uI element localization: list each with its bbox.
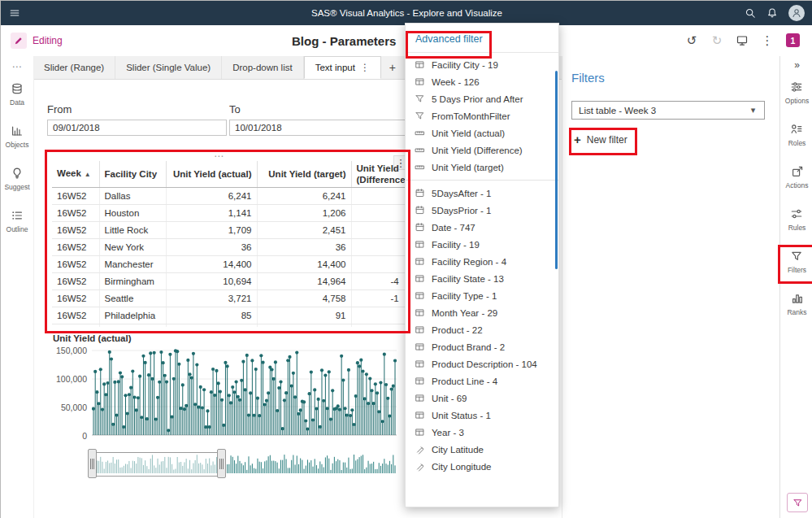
- overflow-menu-icon[interactable]: ⋮: [761, 34, 774, 47]
- edit-mode: Editing: [11, 33, 63, 49]
- brush-left-handle[interactable]: [88, 449, 97, 478]
- rail-overflow-icon[interactable]: ⋯: [1, 61, 33, 72]
- item-label: Facility City - 19: [432, 60, 498, 70]
- calendar-icon: [415, 222, 425, 233]
- filter-dropdown-item-unit-status-1[interactable]: Unit Status - 1: [406, 407, 558, 424]
- left-rail-item-outline[interactable]: Outline: [7, 209, 28, 233]
- filter-dropdown-item-unit-yield-difference[interactable]: Unit Yield (Difference): [406, 141, 558, 159]
- hamburger-menu-icon[interactable]: [9, 7, 20, 19]
- table-cell: 16W52: [52, 188, 99, 205]
- alert-count-badge[interactable]: 1: [786, 33, 800, 47]
- object-drag-handle-icon[interactable]: ⋯: [214, 150, 225, 162]
- filter-dropdown-item-facility-19[interactable]: Facility - 19: [406, 236, 558, 253]
- notifications-bell-icon[interactable]: [766, 7, 778, 19]
- table-cell: 14,400: [166, 256, 257, 273]
- right-rail-item-roles[interactable]: Roles: [788, 123, 806, 147]
- right-rail-item-filters[interactable]: Filters: [788, 250, 806, 274]
- right-rail-item-options[interactable]: Options: [785, 81, 809, 105]
- filter-dropdown-item-5daysafter-1[interactable]: 5DaysAfter - 1: [406, 185, 558, 202]
- filter-dropdown-item-week-126[interactable]: Week - 126: [406, 73, 558, 90]
- table-row[interactable]: 16W52San Diego10,43111,473: [52, 324, 405, 328]
- filter-dropdown-item-unit-69[interactable]: Unit - 69: [406, 390, 558, 407]
- filter-dropdown-item-facility-region-4[interactable]: Facility Region - 4: [406, 253, 558, 270]
- edit-mode-button[interactable]: [11, 33, 27, 49]
- filter-indicator-badge[interactable]: [787, 493, 808, 512]
- tab-slider-single-value[interactable]: Slider (Single Value): [115, 56, 222, 79]
- tab-slider-range[interactable]: Slider (Range): [33, 56, 115, 79]
- column-header-week[interactable]: Week▲: [52, 161, 99, 188]
- filter-target-select[interactable]: List table - Week 3 ▾: [571, 101, 765, 120]
- table-row[interactable]: 16W52Philadelphia8591: [52, 307, 405, 324]
- scrollbar-thumb[interactable]: [555, 71, 558, 269]
- tab-menu-icon[interactable]: ⋮: [360, 62, 370, 73]
- filter-dropdown-item-5-days-prior-and-after[interactable]: 5 Days Prior and After: [406, 90, 558, 107]
- filter-dropdown-item-product-description-104[interactable]: Product Description - 104: [406, 355, 558, 372]
- filter-dropdown-item-facility-type-1[interactable]: Facility Type - 1: [406, 287, 558, 304]
- table-row[interactable]: 16W52Houston1,1411,206: [52, 205, 405, 222]
- redo-icon[interactable]: ↻: [710, 34, 723, 47]
- column-header-facility-city[interactable]: Facility City: [99, 161, 166, 188]
- plus-icon: +: [574, 133, 581, 146]
- filter-dropdown-item-unit-yield-target[interactable]: Unit Yield (target): [406, 159, 558, 176]
- table-cell: [351, 307, 405, 324]
- table-row[interactable]: 16W52New York3636: [52, 239, 405, 256]
- from-date-input[interactable]: [47, 120, 227, 136]
- tab-drop-down-list[interactable]: Drop-down list: [222, 56, 304, 79]
- to-date-input[interactable]: [229, 120, 409, 136]
- filter-dropdown-item-fromtomonthfilter[interactable]: FromToMonthFilter: [406, 107, 558, 124]
- filter-dropdown-item-city-longitude[interactable]: City Longitude: [406, 458, 558, 475]
- table-row[interactable]: 16W52Dallas6,2416,241: [52, 188, 405, 205]
- table-cell: Seattle: [99, 290, 166, 307]
- category-icon: [415, 342, 425, 352]
- table-cell: Little Rock: [99, 222, 166, 239]
- tab-text-input[interactable]: Text input⋮: [304, 56, 381, 79]
- undo-icon[interactable]: ↺: [685, 34, 698, 47]
- brush-right-handle[interactable]: [217, 449, 226, 478]
- category-icon: [415, 359, 425, 369]
- filter-dropdown-item-year-3[interactable]: Year - 3: [406, 424, 558, 441]
- column-header-unit-yield-actual[interactable]: Unit Yield (actual): [166, 161, 257, 188]
- new-filter-button[interactable]: + New filter: [574, 133, 627, 146]
- column-header-unit-yield-target[interactable]: Unit Yield (target): [257, 161, 351, 188]
- right-rail-item-ranks[interactable]: Ranks: [787, 292, 806, 316]
- search-icon[interactable]: [745, 7, 756, 19]
- brush-selection-window[interactable]: [92, 452, 222, 477]
- filter-dropdown-item-product-22[interactable]: Product - 22: [406, 321, 558, 338]
- left-rail-item-data[interactable]: Data: [10, 82, 24, 107]
- funnel-icon: [790, 250, 803, 263]
- list-table: Week▲Facility CityUnit Yield (actual)Uni…: [52, 161, 405, 327]
- filter-dropdown-item-city-latitude[interactable]: City Latitude: [406, 441, 558, 458]
- sort-asc-icon: ▲: [85, 171, 91, 178]
- table-cell: 1,206: [257, 205, 351, 222]
- topbar-actions: [745, 1, 805, 25]
- advanced-filter-option[interactable]: Advanced filter: [406, 24, 558, 52]
- filter-dropdown-item-5daysprior-1[interactable]: 5DaysPrior - 1: [406, 202, 558, 219]
- filter-dropdown-item-product-line-4[interactable]: Product Line - 4: [406, 372, 558, 390]
- filter-dropdown-item-unit-yield-actual[interactable]: Unit Yield (actual): [406, 124, 558, 141]
- table-cell: [351, 239, 405, 256]
- right-rail-item-rules[interactable]: Rules: [788, 207, 806, 232]
- table-cell: Houston: [99, 205, 166, 222]
- left-rail-item-suggest[interactable]: Suggest: [4, 167, 29, 191]
- filter-dropdown-item-facility-city-19[interactable]: Facility City - 19: [406, 56, 558, 73]
- left-rail-item-objects[interactable]: Objects: [6, 124, 29, 149]
- add-tab-button[interactable]: +: [381, 56, 404, 79]
- y-axis-tick: 100,000: [48, 374, 87, 384]
- avatar[interactable]: [788, 5, 805, 21]
- table-row[interactable]: 16W52Birmingham10,69414,964-4: [52, 273, 405, 290]
- display-icon[interactable]: [736, 34, 749, 47]
- filter-dropdown-item-product-brand-2[interactable]: Product Brand - 2: [406, 338, 558, 355]
- table-row[interactable]: 16W52Little Rock1,7092,451: [52, 222, 405, 239]
- table-row[interactable]: 16W52Seattle3,7214,758-1: [52, 290, 405, 307]
- column-header-unit-yield-difference[interactable]: Unit Yield (Difference): [351, 161, 405, 188]
- filter-dropdown-item-month-year-29[interactable]: Month Year - 29: [406, 304, 558, 321]
- table-cell: 2,451: [257, 222, 351, 239]
- filter-dropdown-item-facility-state-13[interactable]: Facility State - 13: [406, 270, 558, 287]
- collapse-panel-icon[interactable]: »: [780, 59, 812, 71]
- filter-dropdown-item-date-747[interactable]: Date - 747: [406, 219, 558, 236]
- table-cell: 36: [257, 239, 351, 256]
- table-row[interactable]: 16W52Manchester14,40014,400: [52, 256, 405, 273]
- needle-chart-plot[interactable]: [92, 349, 397, 438]
- right-rail-item-actions[interactable]: Actions: [786, 165, 809, 189]
- tab-label: Slider (Range): [44, 63, 104, 72]
